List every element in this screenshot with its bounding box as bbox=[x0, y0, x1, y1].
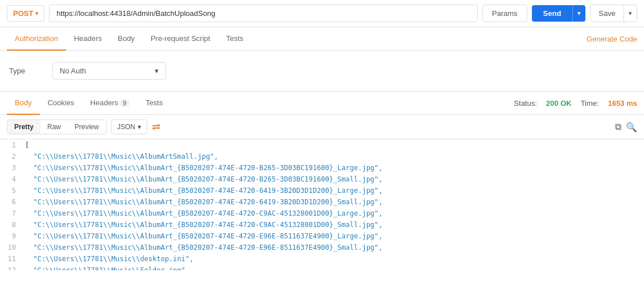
save-group: Save ▾ bbox=[590, 5, 637, 22]
line-number: 12 bbox=[0, 265, 23, 270]
response-body-toolbar: Pretty Raw Preview JSON ▾ ⇌ ⧉ 🔍 bbox=[0, 115, 644, 139]
status-value: 200 OK bbox=[546, 99, 572, 108]
line-content: "C:\\Users\\17781\\Music\\Folder.jpg", bbox=[23, 265, 644, 270]
save-dropdown-button[interactable]: ▾ bbox=[624, 5, 637, 22]
line-content: "C:\\Users\\17781\\Music\\AlbumArt_{B502… bbox=[23, 196, 644, 208]
line-content: "C:\\Users\\17781\\Music\\AlbumArt_{B502… bbox=[23, 162, 644, 174]
url-input[interactable] bbox=[49, 5, 477, 22]
code-content: 1[2 "C:\\Users\\17781\\Music\\AlbumArtSm… bbox=[0, 139, 644, 270]
pretty-button[interactable]: Pretty bbox=[7, 120, 40, 134]
line-content: "C:\\Users\\17781\\Music\\AlbumArt_{B502… bbox=[23, 185, 644, 196]
method-chevron-icon: ▾ bbox=[35, 10, 38, 17]
line-content: "C:\\Users\\17781\\Music\\AlbumArtSmall.… bbox=[23, 151, 644, 162]
line-number: 3 bbox=[0, 162, 23, 174]
line-number: 1 bbox=[0, 139, 23, 151]
tab-pre-request[interactable]: Pre-request Script bbox=[143, 27, 218, 51]
raw-button[interactable]: Raw bbox=[40, 120, 68, 134]
code-line: 8 "C:\\Users\\17781\\Music\\AlbumArt_{B5… bbox=[0, 219, 644, 230]
tab-authorization[interactable]: Authorization bbox=[7, 27, 66, 51]
response-status-bar: Status: 200 OK Time: 1653 ms bbox=[514, 99, 637, 108]
send-dropdown-button[interactable]: ▾ bbox=[572, 5, 585, 22]
auth-type-chevron-icon: ▾ bbox=[155, 67, 159, 75]
line-content: "C:\\Users\\17781\\Music\\AlbumArt_{B502… bbox=[23, 219, 644, 230]
line-content: [ bbox=[23, 139, 644, 151]
line-number: 4 bbox=[0, 174, 23, 185]
time-label: Time: bbox=[581, 99, 599, 108]
resp-tab-headers[interactable]: Headers9 bbox=[82, 92, 138, 115]
code-line: 4 "C:\\Users\\17781\\Music\\AlbumArt_{B5… bbox=[0, 174, 644, 185]
code-line: 12 "C:\\Users\\17781\\Music\\Folder.jpg"… bbox=[0, 265, 644, 270]
send-button[interactable]: Send bbox=[532, 5, 573, 22]
code-line: 7 "C:\\Users\\17781\\Music\\AlbumArt_{B5… bbox=[0, 208, 644, 219]
line-number: 8 bbox=[0, 219, 23, 230]
generate-code-link[interactable]: Generate Code bbox=[587, 35, 637, 43]
top-bar: POST ▾ Params Send ▾ Save ▾ bbox=[0, 0, 644, 27]
format-group: Pretty Raw Preview bbox=[7, 119, 106, 134]
method-selector[interactable]: POST ▾ bbox=[7, 5, 44, 22]
tab-headers[interactable]: Headers bbox=[66, 27, 110, 51]
resp-tab-tests[interactable]: Tests bbox=[138, 92, 171, 115]
code-line: 5 "C:\\Users\\17781\\Music\\AlbumArt_{B5… bbox=[0, 185, 644, 196]
line-number: 10 bbox=[0, 242, 23, 253]
line-content: "C:\\Users\\17781\\Music\\AlbumArt_{B502… bbox=[23, 208, 644, 219]
json-chevron-icon: ▾ bbox=[138, 123, 141, 131]
response-section: Body Cookies Headers9 Tests Status: 200 … bbox=[0, 92, 644, 270]
line-number: 2 bbox=[0, 151, 23, 162]
save-button[interactable]: Save bbox=[591, 5, 624, 22]
line-content: "C:\\Users\\17781\\Music\\AlbumArt_{B502… bbox=[23, 230, 644, 242]
json-format-label: JSON bbox=[117, 123, 135, 131]
line-number: 6 bbox=[0, 196, 23, 208]
line-number: 5 bbox=[0, 185, 23, 196]
code-line: 3 "C:\\Users\\17781\\Music\\AlbumArt_{B5… bbox=[0, 162, 644, 174]
response-tabs-bar: Body Cookies Headers9 Tests Status: 200 … bbox=[0, 92, 644, 115]
resp-tab-body[interactable]: Body bbox=[7, 92, 40, 115]
auth-section: Type No Auth ▾ bbox=[0, 51, 644, 92]
copy-icon[interactable]: ⧉ bbox=[615, 122, 621, 133]
line-content: "C:\\Users\\17781\\Music\\AlbumArt_{B502… bbox=[23, 242, 644, 253]
line-content: "C:\\Users\\17781\\Music\\AlbumArt_{B502… bbox=[23, 174, 644, 185]
resp-tab-cookies[interactable]: Cookies bbox=[40, 92, 82, 115]
code-line: 6 "C:\\Users\\17781\\Music\\AlbumArt_{B5… bbox=[0, 196, 644, 208]
code-line: 2 "C:\\Users\\17781\\Music\\AlbumArtSmal… bbox=[0, 151, 644, 162]
tab-body[interactable]: Body bbox=[110, 27, 143, 51]
line-number: 9 bbox=[0, 230, 23, 242]
auth-type-label: Type bbox=[9, 67, 43, 75]
line-number: 11 bbox=[0, 253, 23, 265]
response-actions: ⧉ 🔍 bbox=[615, 122, 637, 133]
response-code-area[interactable]: 1[2 "C:\\Users\\17781\\Music\\AlbumArtSm… bbox=[0, 139, 644, 270]
tab-tests[interactable]: Tests bbox=[218, 27, 251, 51]
code-line: 9 "C:\\Users\\17781\\Music\\AlbumArt_{B5… bbox=[0, 230, 644, 242]
code-line: 10 "C:\\Users\\17781\\Music\\AlbumArt_{B… bbox=[0, 242, 644, 253]
json-format-select[interactable]: JSON ▾ bbox=[111, 119, 147, 134]
search-icon[interactable]: 🔍 bbox=[626, 122, 637, 133]
wrap-icon[interactable]: ⇌ bbox=[152, 121, 160, 133]
auth-row: Type No Auth ▾ bbox=[9, 62, 635, 80]
line-number: 7 bbox=[0, 208, 23, 219]
params-button[interactable]: Params bbox=[482, 5, 527, 22]
code-line: 11 "C:\\Users\\17781\\Music\\desktop.ini… bbox=[0, 253, 644, 265]
method-label: POST bbox=[13, 9, 33, 18]
request-tabs: Authorization Headers Body Pre-request S… bbox=[0, 27, 644, 51]
auth-type-select[interactable]: No Auth ▾ bbox=[52, 62, 166, 80]
send-group: Send ▾ bbox=[532, 5, 586, 22]
preview-button[interactable]: Preview bbox=[68, 120, 106, 134]
status-label: Status: bbox=[514, 99, 536, 108]
code-line: 1[ bbox=[0, 139, 644, 151]
headers-badge: 9 bbox=[119, 99, 130, 107]
line-content: "C:\\Users\\17781\\Music\\desktop.ini", bbox=[23, 253, 644, 265]
auth-type-value: No Auth bbox=[60, 67, 86, 75]
time-value: 1653 ms bbox=[608, 99, 637, 108]
